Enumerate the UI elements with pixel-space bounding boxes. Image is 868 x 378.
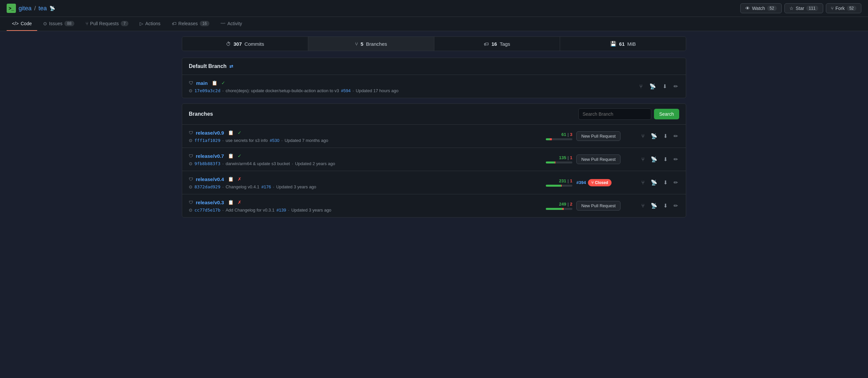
- stat-tags[interactable]: 🏷 16 Tags: [434, 37, 560, 51]
- branch-pr-col: #394 ⑂ Closed: [576, 179, 636, 186]
- stats-bar: ⏱ 307 Commits ⑂ 5 Branches 🏷 16 Tags 💾 6…: [182, 36, 686, 51]
- default-branch-section: Default Branch ⇄ 🛡 main 📋 ✓ ⊙ 17e09a3c2d: [182, 58, 686, 98]
- commit-message: darwin/arm64 & update s3 bucket: [226, 161, 290, 166]
- branch-list-row: 🛡 release/v0.3 📋 ✗ ⊙ cc77d5e17b · Add Ch…: [182, 194, 686, 217]
- branch-name-link[interactable]: release/v0.7: [196, 153, 224, 159]
- behind-count: 3: [570, 132, 572, 137]
- tab-pull-requests[interactable]: ⑂ Pull Requests 7: [80, 17, 134, 31]
- diff-bar-track: [546, 138, 572, 140]
- behind-count: 1: [570, 155, 572, 160]
- commit-hash[interactable]: 9fb8b883f3: [194, 161, 220, 166]
- rss-icon[interactable]: 📡: [649, 155, 659, 164]
- branch-graph-icon[interactable]: ⑂: [640, 132, 646, 141]
- new-pr-button[interactable]: New Pull Request: [576, 131, 620, 141]
- x-status-icon: ✗: [238, 200, 242, 205]
- edit-icon[interactable]: ✏: [672, 201, 679, 210]
- copy-branch-name-button[interactable]: 📋: [210, 79, 219, 86]
- copy-branch-button[interactable]: 📋: [227, 129, 235, 136]
- diff-bar-track: [546, 185, 572, 187]
- tab-issues[interactable]: ⊙ Issues 88: [38, 17, 80, 31]
- branches-section: Branches Search 🛡 release/v0.9 📋 ✓ ⊙ fff…: [182, 103, 686, 217]
- stat-branches[interactable]: ⑂ 5 Branches: [308, 37, 434, 51]
- branch-graph-icon[interactable]: ⑂: [640, 155, 646, 164]
- branch-list-row: 🛡 release/v0.9 📋 ✓ ⊙ fff1af1029 · use se…: [182, 124, 686, 147]
- tab-releases[interactable]: 🏷 Releases 16: [166, 17, 215, 31]
- branch-pr-col: New Pull Request: [576, 201, 636, 211]
- commit-pr-link[interactable]: #594: [341, 88, 351, 93]
- commit-hash[interactable]: cc77d5e17b: [194, 208, 220, 212]
- new-pr-button[interactable]: New Pull Request: [576, 201, 620, 211]
- commit-pr-link[interactable]: #530: [270, 138, 279, 143]
- rss-icon[interactable]: 📡: [50, 6, 55, 11]
- star-button[interactable]: ☆ Star 111: [784, 3, 823, 13]
- commit-pr-link[interactable]: #176: [261, 184, 271, 189]
- rss-icon[interactable]: 📡: [649, 132, 659, 141]
- switch-icon[interactable]: ⇄: [229, 64, 233, 69]
- copy-branch-button[interactable]: 📋: [227, 152, 235, 159]
- download-icon[interactable]: ⬇: [662, 132, 669, 141]
- tab-actions[interactable]: ▷ Actions: [134, 17, 166, 31]
- download-icon[interactable]: ⬇: [662, 178, 669, 187]
- edit-icon[interactable]: ✏: [672, 132, 679, 141]
- commit-hash-link[interactable]: 17e09a3c2d: [194, 88, 220, 93]
- commit-pr-link[interactable]: #139: [276, 208, 286, 212]
- shield-icon: 🛡: [189, 130, 193, 135]
- download-archive-icon[interactable]: ⬇: [661, 82, 668, 91]
- ahead-bar: [546, 138, 550, 140]
- ahead-bar: [546, 162, 555, 164]
- rss-icon[interactable]: 📡: [649, 201, 659, 210]
- commits-icon: ⏱: [226, 41, 231, 47]
- activity-icon: 〰: [221, 21, 225, 26]
- tab-code[interactable]: </> Code: [7, 17, 37, 31]
- ahead-count: 135: [559, 155, 566, 160]
- watch-button[interactable]: 👁 Watch 52: [740, 3, 782, 13]
- search-branch-input[interactable]: [578, 108, 651, 120]
- main-content: ⏱ 307 Commits ⑂ 5 Branches 🏷 16 Tags 💾 6…: [175, 31, 693, 228]
- default-branch-name[interactable]: main: [196, 80, 208, 86]
- stat-commits[interactable]: ⏱ 307 Commits: [182, 37, 308, 51]
- repo-name-link[interactable]: tea: [38, 5, 47, 12]
- default-branch-row: 🛡 main 📋 ✓ ⊙ 17e09a3c2d · chore(deps): u…: [182, 75, 686, 98]
- fork-button[interactable]: ⑂ Fork 52: [826, 3, 861, 13]
- new-pr-button[interactable]: New Pull Request: [576, 154, 620, 164]
- branch-name-link[interactable]: release/v0.4: [196, 176, 224, 182]
- commit-time: Updated 3 years ago: [291, 208, 332, 212]
- search-branch-button[interactable]: Search: [654, 109, 679, 119]
- branch-list-row: 🛡 release/v0.4 📋 ✗ ⊙ 8372dad929 · Change…: [182, 171, 686, 194]
- copy-branch-button[interactable]: 📋: [227, 199, 235, 206]
- branch-name-link[interactable]: release/v0.9: [196, 130, 224, 136]
- commit-message: Add Changelog for v0.3.1: [226, 208, 274, 212]
- edit-icon[interactable]: ✏: [672, 82, 679, 91]
- edit-icon[interactable]: ✏: [672, 155, 679, 164]
- pr-ref-link[interactable]: #394: [576, 180, 586, 185]
- stat-size[interactable]: 💾 61 MiB: [560, 37, 686, 51]
- download-icon[interactable]: ⬇: [662, 155, 669, 164]
- commit-hash[interactable]: fff1af1029: [194, 138, 220, 143]
- default-branch-header: Default Branch ⇄: [182, 58, 686, 75]
- rss-feed-icon[interactable]: 📡: [648, 82, 657, 91]
- default-branch-title: Default Branch ⇄: [189, 63, 233, 69]
- branch-graph-icon[interactable]: ⑂: [640, 178, 646, 187]
- branch-graph-icon[interactable]: ⑂: [640, 202, 646, 210]
- pr-merge-icon: ⑂: [591, 180, 594, 185]
- copy-branch-button[interactable]: 📋: [227, 176, 235, 182]
- ahead-behind: 61 | 3: [546, 132, 572, 140]
- branch-graph-icon[interactable]: ⑂: [638, 82, 644, 91]
- branch-actions-col: ⑂ 📡 ⬇ ✏: [640, 201, 679, 210]
- branch-info-col: 🛡 release/v0.7 📋 ✓ ⊙ 9fb8b883f3 · darwin…: [189, 152, 529, 166]
- pr-icon: ⑂: [86, 21, 88, 26]
- edit-icon[interactable]: ✏: [672, 178, 679, 187]
- branch-name-link[interactable]: release/v0.3: [196, 200, 224, 205]
- repo-org-link[interactable]: gitea: [19, 5, 32, 12]
- shield-icon: 🛡: [189, 80, 193, 85]
- branch-name-row: 🛡 main 📋 ✓: [189, 79, 399, 86]
- ahead-count: 249: [559, 202, 566, 207]
- check-status-icon: ✓: [238, 130, 242, 135]
- ahead-behind: 231 | 1: [546, 178, 572, 187]
- commit-hash[interactable]: 8372dad929: [194, 184, 220, 189]
- branches-section-title: Branches: [189, 111, 213, 117]
- download-icon[interactable]: ⬇: [662, 201, 669, 210]
- rss-icon[interactable]: 📡: [649, 178, 659, 187]
- commit-info: ⊙ 17e09a3c2d · chore(deps): update docke…: [189, 88, 399, 93]
- tab-activity[interactable]: 〰 Activity: [215, 17, 247, 31]
